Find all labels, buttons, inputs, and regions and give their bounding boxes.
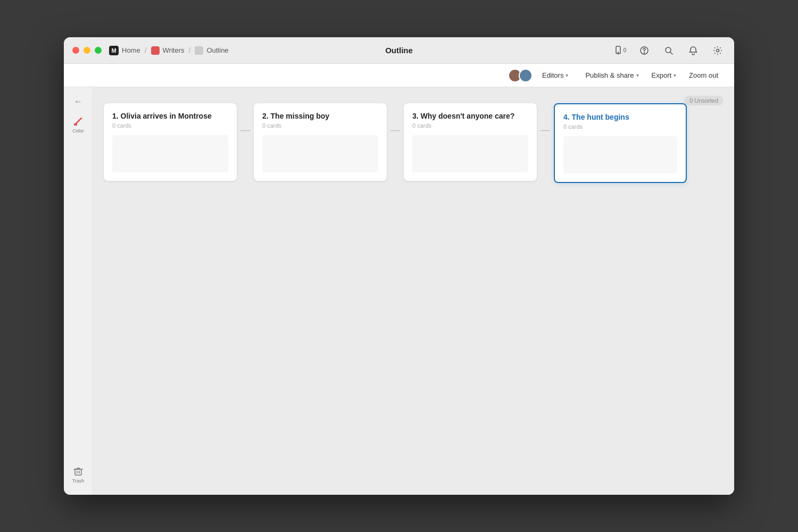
avatar-2 — [519, 69, 533, 82]
connector-2: — — [387, 103, 404, 167]
notifications-icon[interactable] — [685, 43, 701, 59]
svg-point-5 — [717, 49, 719, 52]
svg-point-1 — [618, 52, 619, 53]
minimize-button[interactable] — [84, 47, 90, 54]
breadcrumb-sep-2: / — [189, 46, 191, 55]
cards-row: 1. Olivia arrives in Montrose 0 cards — … — [104, 103, 724, 183]
breadcrumb-outline-label: Outline — [206, 46, 228, 54]
color-label: Color — [72, 128, 84, 134]
card-4-body — [563, 136, 677, 173]
breadcrumb-writers-label: Writers — [163, 46, 185, 54]
editors-label: Editors — [542, 71, 563, 79]
window-controls — [72, 47, 102, 54]
color-button[interactable]: Color — [68, 114, 89, 135]
unsorted-badge: 0 Unsorted — [684, 96, 724, 105]
trash-label: Trash — [72, 478, 85, 484]
color-icon — [73, 116, 84, 127]
app-window: M Home / Writers / Outline Outline — [64, 37, 734, 495]
editors-area: Editors ▾ — [508, 69, 573, 82]
zoom-label: Zoom out — [689, 71, 718, 79]
titlebar-actions: 0 — [612, 43, 726, 59]
publish-label: Publish & share — [585, 71, 634, 79]
page-title: Outline — [385, 46, 413, 55]
card-2-subtitle: 0 cards — [262, 122, 378, 129]
settings-icon[interactable] — [710, 43, 726, 59]
close-button[interactable] — [72, 47, 79, 54]
avatar-group — [508, 69, 533, 82]
card-1-title: 1. Olivia arrives in Montrose — [112, 112, 228, 120]
svg-point-3 — [644, 52, 644, 53]
svg-rect-7 — [74, 123, 77, 126]
breadcrumb-outline[interactable]: Outline — [195, 46, 228, 55]
home-icon: M — [109, 46, 119, 55]
search-icon[interactable] — [661, 43, 677, 59]
card-1-subtitle: 0 cards — [112, 122, 228, 129]
publish-chevron: ▾ — [636, 72, 639, 78]
help-icon[interactable] — [636, 43, 652, 59]
back-icon: ← — [74, 97, 82, 106]
main-area: ← Color Trash 0 Unsorted — [64, 87, 734, 495]
connector-1: — — [237, 103, 254, 167]
svg-rect-8 — [75, 469, 81, 475]
card-2-title: 2. The missing boy — [262, 112, 378, 120]
breadcrumb-sep-1: / — [145, 46, 147, 55]
trash-icon — [73, 466, 84, 477]
titlebar: M Home / Writers / Outline Outline — [64, 37, 734, 64]
publish-share-button[interactable]: Publish & share ▾ — [580, 69, 644, 82]
canvas: 0 Unsorted 1. Olivia arrives in Montrose… — [93, 87, 734, 495]
card-3-title: 3. Why doesn't anyone care? — [412, 112, 528, 120]
card-4-title: 4. The hunt begins — [563, 113, 677, 121]
header-bar: Editors ▾ Publish & share ▾ Export ▾ Zoo… — [64, 64, 734, 87]
export-button[interactable]: Export ▾ — [646, 69, 682, 82]
editors-chevron: ▾ — [566, 72, 568, 78]
back-button[interactable]: ← — [70, 93, 87, 111]
card-3-body — [412, 135, 528, 172]
card-2-body — [262, 135, 378, 172]
mobile-icon[interactable]: 0 — [612, 43, 628, 59]
breadcrumb-home-label: Home — [122, 46, 140, 54]
writers-icon — [151, 46, 160, 55]
editors-button[interactable]: Editors ▾ — [537, 69, 573, 82]
zoom-out-button[interactable]: Zoom out — [684, 69, 724, 82]
breadcrumb-home[interactable]: M Home — [109, 46, 140, 55]
card-4[interactable]: 4. The hunt begins 0 cards — [554, 103, 687, 183]
trash-button[interactable]: Trash — [68, 464, 89, 485]
card-3[interactable]: 3. Why doesn't anyone care? 0 cards — [404, 103, 537, 181]
card-2[interactable]: 2. The missing boy 0 cards — [254, 103, 387, 181]
card-3-subtitle: 0 cards — [412, 122, 528, 129]
export-chevron: ▾ — [674, 72, 676, 78]
maximize-button[interactable] — [95, 47, 102, 54]
breadcrumb-writers[interactable]: Writers — [151, 46, 185, 55]
sidebar: ← Color Trash — [64, 87, 93, 495]
outline-icon — [195, 46, 203, 55]
card-4-subtitle: 0 cards — [563, 123, 677, 130]
card-1-body — [112, 135, 228, 172]
connector-3: — — [537, 103, 554, 167]
card-1[interactable]: 1. Olivia arrives in Montrose 0 cards — [104, 103, 237, 181]
breadcrumb: M Home / Writers / Outline — [109, 46, 229, 55]
export-label: Export — [652, 71, 672, 79]
